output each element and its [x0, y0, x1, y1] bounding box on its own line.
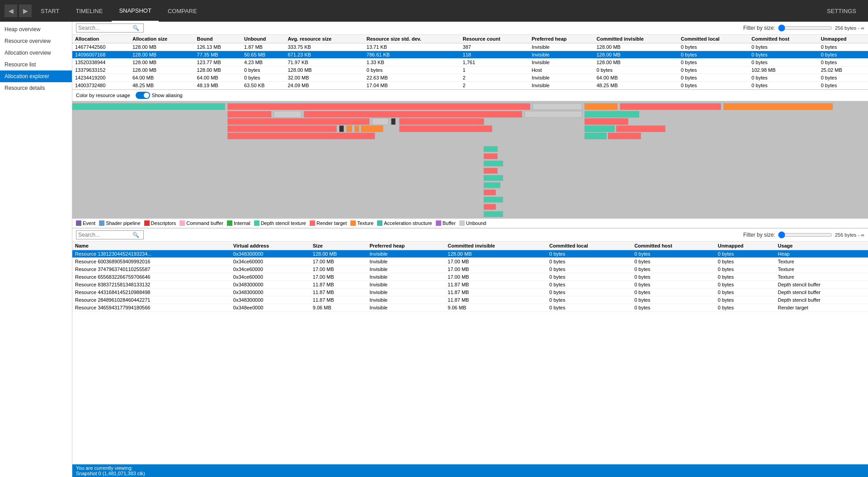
- col-header[interactable]: Committed invisible: [445, 242, 547, 250]
- table-cell: 32.00 MB: [285, 74, 364, 82]
- col-header[interactable]: Allocation: [72, 35, 130, 43]
- nav-start-button[interactable]: START: [33, 0, 66, 22]
- table-row[interactable]: Resource 28489610284604422710x3483000001…: [72, 296, 868, 304]
- col-header[interactable]: Committed host: [632, 242, 715, 250]
- top-filter-value: 256 bytes - ∞: [835, 25, 864, 31]
- svg-rect-10: [525, 111, 582, 117]
- table-cell: 71.97 KB: [285, 59, 364, 66]
- sidebar-item-resource-details[interactable]: Resource details: [0, 82, 72, 94]
- svg-rect-15: [399, 118, 484, 125]
- svg-rect-17: [228, 126, 337, 132]
- legend-color: [377, 220, 382, 226]
- svg-rect-14: [391, 118, 396, 125]
- top-filter-slider[interactable]: [778, 24, 832, 32]
- col-header[interactable]: Preferred heap: [529, 35, 594, 43]
- legend-item: Event: [76, 220, 95, 226]
- col-header[interactable]: Unbound: [241, 35, 285, 43]
- sidebar-item-allocation-overview[interactable]: Allocation overview: [0, 47, 72, 59]
- table-row[interactable]: Resource 65568322667597066460x34ce600001…: [72, 273, 868, 281]
- table-cell: 50.65 MB: [241, 51, 285, 59]
- table-row[interactable]: Resource 34659431779941805660x348ee00009…: [72, 304, 868, 312]
- nav-compare-button[interactable]: COMPARE: [160, 0, 204, 22]
- bottom-data-table: NameVirtual addressSizePreferred heapCom…: [72, 242, 868, 312]
- viz-canvas[interactable]: Command [: [72, 101, 868, 219]
- svg-rect-34: [484, 190, 496, 195]
- table-row[interactable]: Resource 37479637401102555870x34ce600001…: [72, 266, 868, 273]
- table-cell: Resource 6556832266759706646: [72, 273, 231, 281]
- legend-color: [310, 220, 315, 226]
- table-cell: 0x348ee0000: [231, 304, 310, 312]
- table-row[interactable]: Resource 138123044524193234...0x34830000…: [72, 250, 868, 258]
- table-cell: 128.00 MB: [445, 250, 547, 258]
- col-header[interactable]: Avg. resource size: [285, 35, 364, 43]
- top-search-input[interactable]: [78, 25, 132, 31]
- table-cell: 1.33 KB: [364, 59, 460, 66]
- sidebar-item-resource-list[interactable]: Resource list: [0, 59, 72, 70]
- sidebar-item-heap-overview[interactable]: Heap overview: [0, 23, 72, 35]
- table-row[interactable]: 14677442560128.00 MB126.13 MB1.87 MB333.…: [72, 43, 868, 51]
- nav-settings-button[interactable]: SETTINGS: [820, 6, 863, 16]
- table-row[interactable]: 1400373248048.25 MB48.19 MB63.50 KB24.09…: [72, 82, 868, 89]
- bottom-search-box[interactable]: 🔍: [76, 230, 144, 239]
- table-cell: 0x348300000: [231, 289, 310, 296]
- top-table-scroll[interactable]: AllocationAllocation sizeBoundUnboundAvg…: [72, 35, 868, 89]
- table-row[interactable]: Resource 60036890594099920160x34ce600001…: [72, 258, 868, 266]
- table-cell: Texture: [775, 266, 868, 273]
- col-header[interactable]: Committed host: [749, 35, 818, 43]
- col-header[interactable]: Usage: [775, 242, 868, 250]
- legend-label: Unbound: [466, 220, 486, 226]
- legend-color: [350, 220, 356, 226]
- table-cell: 128.00 MB: [130, 66, 194, 74]
- table-row[interactable]: Resource 44316841452109884980x3483000001…: [72, 289, 868, 296]
- col-header[interactable]: Name: [72, 242, 231, 250]
- col-header[interactable]: Resource size std. dev.: [364, 35, 460, 43]
- col-header[interactable]: Size: [310, 242, 367, 250]
- show-aliasing-toggle[interactable]: Show aliasing: [136, 92, 183, 99]
- nav-forward-button[interactable]: ▶: [19, 5, 32, 17]
- sidebar: Heap overviewResource overviewAllocation…: [0, 22, 72, 477]
- table-cell: 0 bytes: [594, 66, 678, 74]
- table-cell: 0 bytes: [678, 59, 749, 66]
- nav-back-button[interactable]: ◀: [5, 5, 17, 17]
- nav-snapshot-button[interactable]: SNAPSHOT: [112, 0, 159, 22]
- table-cell: 333.75 KB: [285, 43, 364, 51]
- bottom-table-scroll[interactable]: NameVirtual addressSizePreferred heapCom…: [72, 242, 868, 464]
- table-cell: 1.87 MB: [241, 43, 285, 51]
- main-layout: Heap overviewResource overviewAllocation…: [0, 22, 868, 477]
- col-header[interactable]: Preferred heap: [367, 242, 445, 250]
- bottom-search-input[interactable]: [78, 232, 132, 238]
- table-row[interactable]: 14096007168128.00 MB77.35 MB50.65 MB671.…: [72, 51, 868, 59]
- table-cell: 17.00 MB: [310, 266, 367, 273]
- bottom-filter-slider[interactable]: [778, 231, 832, 238]
- sidebar-item-allocation-explorer[interactable]: Allocation explorer: [0, 70, 72, 82]
- top-table-section: 🔍 Filter by size: 256 bytes - ∞ Allocati…: [72, 22, 868, 90]
- sidebar-item-resource-overview[interactable]: Resource overview: [0, 35, 72, 47]
- svg-rect-22: [399, 126, 492, 132]
- aliasing-switch[interactable]: [136, 92, 150, 99]
- table-cell: 11.87 MB: [310, 296, 367, 304]
- top-search-box[interactable]: 🔍: [76, 23, 144, 33]
- table-row[interactable]: Resource 83837215813481331320x3483000001…: [72, 281, 868, 289]
- table-cell: 11.87 MB: [310, 289, 367, 296]
- col-header[interactable]: Committed local: [678, 35, 749, 43]
- table-row[interactable]: 13520338944128.00 MB123.77 MB4.23 MB71.9…: [72, 59, 868, 66]
- col-header[interactable]: Committed invisible: [594, 35, 678, 43]
- table-cell: 0 bytes: [632, 289, 715, 296]
- legend-color: [179, 220, 185, 226]
- col-header[interactable]: Unmapped: [715, 242, 775, 250]
- table-cell: 128.00 MB: [130, 51, 194, 59]
- col-header[interactable]: Committed local: [547, 242, 632, 250]
- nav-timeline-button[interactable]: TIMELINE: [68, 0, 110, 22]
- col-header[interactable]: Virtual address: [231, 242, 310, 250]
- table-cell: 0 bytes: [632, 296, 715, 304]
- col-header[interactable]: Allocation size: [130, 35, 194, 43]
- col-header[interactable]: Resource count: [460, 35, 529, 43]
- table-cell: 0 bytes: [547, 281, 632, 289]
- col-header[interactable]: Bound: [194, 35, 241, 43]
- table-row[interactable]: 13379633152128.00 MB128.00 MB0 bytes128.…: [72, 66, 868, 74]
- table-row[interactable]: 1423441920064.00 MB64.00 MB0 bytes32.00 …: [72, 74, 868, 82]
- svg-rect-16: [585, 118, 628, 125]
- col-header[interactable]: Unmapped: [818, 35, 868, 43]
- color-toggle: Color by resource usage: [76, 93, 130, 98]
- legend-label: Texture: [357, 220, 373, 226]
